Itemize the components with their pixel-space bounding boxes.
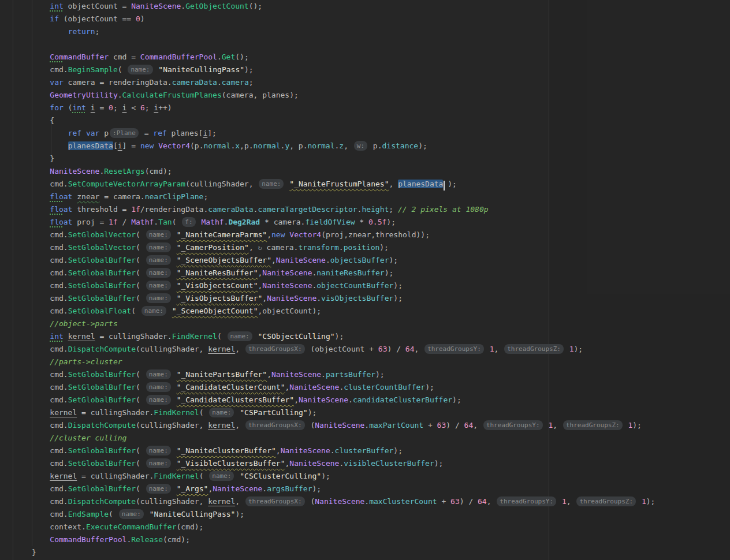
inlay-hint[interactable]: threadGroupsX: — [245, 420, 305, 430]
inlay-hint[interactable]: name: — [146, 484, 171, 494]
inlay-hint[interactable]: name: — [146, 446, 171, 456]
code-line[interactable]: //object->parts — [32, 318, 655, 330]
code-line[interactable]: cmd.SetGlobalBuffer( name: "_NaniteParts… — [32, 368, 655, 381]
code-line[interactable]: cmd.SetGlobalBuffer( name: "_Args",Nanit… — [32, 483, 655, 495]
inlay-hint[interactable]: name: — [146, 230, 171, 240]
code-line[interactable]: kernel = cullingShader.FindKernel( name:… — [32, 470, 655, 483]
code-line[interactable]: } — [32, 546, 655, 559]
code-line[interactable]: } — [32, 152, 655, 165]
code-line[interactable]: cmd.SetGlobalFloat( name: "_SceneObjectC… — [32, 305, 655, 318]
code-line[interactable]: cmd.SetGlobalBuffer( name: "_NaniteResBu… — [32, 267, 655, 279]
code-line[interactable]: GeometryUtility.CalculateFrustumPlanes(c… — [32, 89, 655, 102]
code-line[interactable]: NaniteScene.ResetArgs(cmd); — [32, 165, 655, 178]
code-line[interactable]: cmd.BeginSample( name: "NaniteCullingPas… — [32, 64, 655, 76]
inlay-hint[interactable]: name: — [146, 369, 171, 379]
code-line[interactable]: var camera = renderingData.cameraData.ca… — [32, 76, 655, 89]
inlay-hint[interactable]: threadGroupsZ: — [563, 420, 623, 430]
inlay-hint[interactable]: threadGroupsY: — [483, 420, 543, 430]
inlay-hint[interactable]: name: — [209, 471, 234, 481]
code-line[interactable]: { — [32, 114, 655, 127]
code-line[interactable]: cmd.SetGlobalBuffer( name: "_VisObjectsB… — [32, 292, 655, 305]
code-line[interactable]: CommandBufferPool.Release(cmd); — [32, 533, 655, 546]
editor-surface[interactable]: int objectCount = NaniteScene.GetObjectC… — [0, 0, 655, 559]
inlay-hint[interactable]: :Plane — [110, 128, 139, 138]
code-line[interactable]: cmd.SetGlobalBuffer( name: "_VisibleClus… — [32, 457, 655, 470]
inlay-hint[interactable]: threadGroupsZ: — [576, 496, 636, 506]
code-line[interactable]: cmd.SetGlobalBuffer( name: "_CandidateCl… — [32, 394, 655, 406]
inlay-hint[interactable]: name: — [146, 382, 171, 392]
code-line[interactable]: cmd.SetGlobalVector( name: "_CamerPositi… — [32, 241, 655, 254]
inlay-hint[interactable]: name: — [228, 331, 252, 341]
inlay-hint[interactable]: name: — [146, 395, 171, 405]
inlay-hint[interactable]: w: — [354, 141, 367, 151]
inlay-hint[interactable]: name: — [259, 179, 284, 189]
code-line[interactable]: //cluster culling — [32, 432, 655, 445]
code-comment: //parts->cluster — [50, 357, 122, 366]
code-line[interactable]: context.ExecuteCommandBuffer(cmd); — [32, 521, 655, 533]
inlay-hint[interactable]: threadGroupsY: — [424, 344, 484, 354]
inlay-hint[interactable]: threadGroupsX: — [245, 344, 305, 354]
inlay-hint[interactable]: name: — [119, 509, 144, 519]
inlay-hint[interactable]: name: — [141, 306, 166, 316]
code-line[interactable]: cmd.EndSample( name: "NaniteCullingPass"… — [32, 508, 655, 521]
implicit-conversion-icon: ↻ — [258, 244, 262, 252]
code-line[interactable]: float threshold = 1f/renderingData.camer… — [32, 203, 655, 216]
inlay-hint[interactable]: name: — [146, 268, 171, 278]
code-line[interactable]: cmd.SetGlobalBuffer( name: "_SceneObject… — [32, 254, 655, 267]
code-line[interactable]: kernel = cullingShader.FindKernel( name:… — [32, 406, 655, 419]
code-line[interactable]: cmd.SetGlobalBuffer( name: "_CandidateCl… — [32, 381, 655, 394]
code-line[interactable]: //parts->cluster — [32, 356, 655, 368]
inlay-hint[interactable]: threadGroupsY: — [497, 496, 556, 506]
code-line[interactable]: cmd.DispatchCompute(cullingShader, kerne… — [32, 419, 655, 432]
inlay-hint[interactable]: name: — [146, 293, 171, 303]
code-comment: //object->parts — [50, 319, 117, 328]
code-line[interactable]: cmd.DispatchCompute(cullingShader, kerne… — [32, 343, 655, 356]
inlay-hint[interactable]: name: — [128, 65, 152, 74]
code-line[interactable]: CommandBuffer cmd = CommandBufferPool.Ge… — [32, 51, 655, 64]
code-line[interactable]: cmd.SetGlobalBuffer( name: "_NaniteClust… — [32, 445, 655, 457]
code-editor: int objectCount = NaniteScene.GetObjectC… — [0, 0, 730, 560]
code-line[interactable] — [32, 38, 655, 51]
inlay-hint[interactable]: name: — [209, 408, 234, 417]
inlay-hint[interactable]: name: — [146, 255, 171, 265]
code-line[interactable]: float proj = 1f / Mathf.Tan( f: Mathf.De… — [32, 216, 655, 229]
code-comment: //cluster culling — [50, 434, 126, 442]
inlay-hint[interactable]: name: — [146, 281, 171, 290]
code-line[interactable]: cmd.SetGlobalBuffer( name: "_VisObjectsC… — [32, 279, 655, 292]
inlay-hint[interactable]: name: — [146, 242, 171, 252]
highlighted-identifier[interactable]: planesData — [398, 180, 443, 188]
inlay-hint[interactable]: threadGroupsX: — [245, 496, 305, 506]
code-line[interactable]: if (objectCount == 0) — [32, 13, 655, 25]
code-line[interactable]: return; — [32, 25, 655, 38]
inlay-hint[interactable]: name: — [146, 458, 171, 468]
code-comment: // 2 pixels at 1080p — [398, 205, 489, 214]
code-line[interactable]: ref var p:Plane = ref planes[i]; — [32, 127, 655, 140]
highlighted-identifier[interactable]: planesData — [68, 141, 113, 150]
code-line[interactable]: planesData[i] = new Vector4(p.normal.x,p… — [32, 140, 655, 152]
code-line[interactable]: cmd.SetGlobalVector( name: "_NaniteCamer… — [32, 229, 655, 241]
inlay-hint[interactable]: f: — [182, 217, 195, 227]
code-line[interactable]: cmd.DispatchCompute(cullingShader, kerne… — [32, 495, 655, 508]
code-line[interactable]: int kernel = cullingShader.FindKernel( n… — [32, 330, 655, 343]
code-line[interactable]: float znear = camera.nearClipPlane; — [32, 191, 655, 203]
code-line[interactable]: cmd.SetComputeVectorArrayParam(cullingSh… — [32, 178, 655, 191]
code-line[interactable]: for (int i = 0; i < 6; i++) — [32, 102, 655, 114]
inlay-hint[interactable]: threadGroupsZ: — [504, 344, 564, 354]
code-line[interactable]: int objectCount = NaniteScene.GetObjectC… — [32, 0, 655, 13]
